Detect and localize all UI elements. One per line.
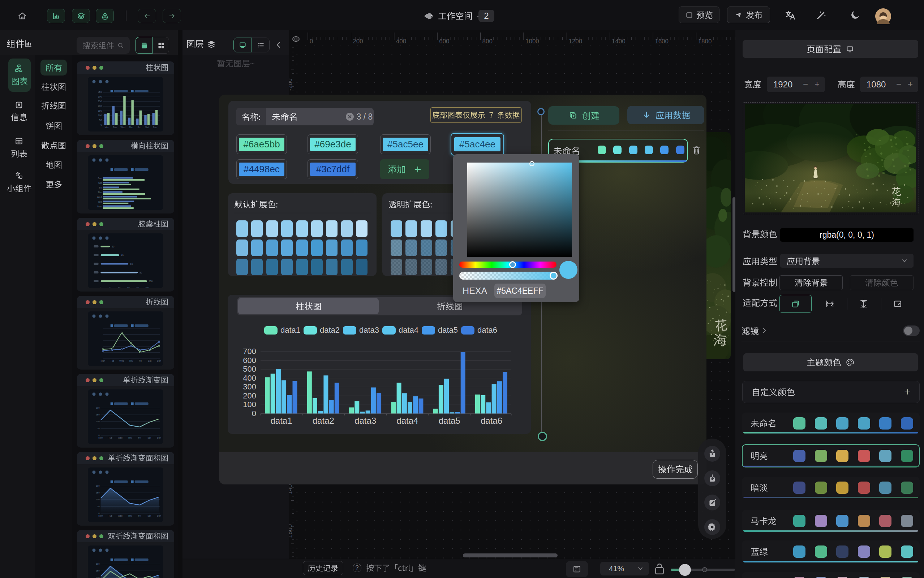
svg-text:Thu: Thu (129, 359, 133, 362)
svg-text:100: 100 (98, 114, 102, 117)
svg-text:Mon: Mon (98, 515, 103, 517)
svg-text:50: 50 (97, 427, 100, 430)
svg-text:-200: -200 (289, 78, 294, 91)
svg-text:Thu: Thu (128, 437, 132, 439)
svg-text:Sat: Sat (148, 515, 151, 517)
svg-text:400: 400 (396, 38, 406, 45)
svg-text:Mon: Mon (101, 359, 105, 362)
svg-text:60: 60 (130, 263, 133, 265)
svg-text:Sat: Sat (145, 126, 149, 128)
svg-text:Tue: Tue (113, 126, 117, 128)
svg-text:200: 200 (98, 105, 102, 107)
svg-text:Tue: Tue (98, 200, 102, 203)
svg-text:Sun: Sun (153, 126, 157, 128)
svg-text:Thu: Thu (128, 515, 132, 517)
svg-text:1600: 1600 (289, 524, 294, 538)
svg-text:40: 40 (118, 286, 120, 288)
svg-text:Sun: Sun (157, 437, 161, 439)
svg-text:Sun: Sun (97, 177, 102, 180)
svg-text:100: 100 (96, 421, 100, 423)
svg-text:Mon: Mon (105, 126, 109, 128)
svg-text:Tue: Tue (109, 515, 112, 517)
svg-text:Sat: Sat (148, 437, 151, 439)
svg-text:Mon: Mon (98, 437, 103, 439)
svg-text:Fri: Fri (139, 359, 142, 362)
svg-text:100: 100 (145, 286, 149, 288)
svg-text:Tue: Tue (109, 437, 112, 439)
svg-text:Sun: Sun (157, 515, 161, 517)
svg-text:Tue: Tue (110, 359, 114, 362)
svg-text:200: 200 (353, 38, 363, 45)
svg-text:Thu: Thu (98, 191, 102, 194)
svg-text:Wed: Wed (121, 126, 126, 128)
svg-text:Fri: Fri (138, 437, 141, 439)
svg-text:60: 60 (127, 286, 130, 288)
svg-text:150: 150 (96, 414, 100, 416)
svg-text:Fri: Fri (99, 187, 102, 189)
svg-text:80: 80 (136, 286, 139, 288)
svg-text:50: 50 (97, 505, 100, 508)
svg-text:150: 150 (96, 492, 100, 494)
svg-text:0: 0 (310, 38, 313, 45)
svg-text:50: 50 (99, 119, 102, 122)
svg-text:600: 600 (439, 38, 449, 45)
svg-text:Wed: Wed (97, 196, 102, 198)
svg-text:Fri: Fri (138, 515, 141, 517)
svg-text:100: 100 (149, 280, 153, 283)
svg-text:100: 100 (96, 498, 100, 501)
svg-text:Mon: Mon (97, 205, 102, 208)
svg-text:Fri: Fri (138, 126, 141, 128)
svg-text:Thu: Thu (129, 126, 133, 128)
svg-text:150: 150 (96, 570, 100, 572)
svg-text:800: 800 (482, 38, 492, 45)
svg-text:0: 0 (100, 286, 102, 288)
svg-text:Sat: Sat (98, 182, 102, 184)
svg-text:300: 300 (98, 95, 102, 98)
svg-text:Sun: Sun (157, 359, 161, 362)
svg-text:20: 20 (112, 245, 115, 248)
svg-text:Wed: Wed (119, 359, 124, 362)
svg-text:200: 200 (96, 407, 100, 409)
svg-text:Wed: Wed (118, 515, 123, 517)
svg-text:20: 20 (109, 286, 111, 288)
svg-text:0: 0 (101, 123, 102, 126)
svg-text:350: 350 (98, 91, 102, 93)
svg-text:80: 80 (140, 271, 142, 274)
svg-text:100: 100 (96, 576, 100, 578)
svg-text:Wed: Wed (118, 437, 123, 439)
svg-text:Sat: Sat (148, 359, 151, 362)
svg-text:250: 250 (98, 100, 102, 102)
svg-text:40: 40 (121, 254, 124, 257)
svg-text:150: 150 (98, 109, 102, 112)
svg-text:200: 200 (96, 485, 100, 487)
svg-text:200: 200 (96, 563, 100, 565)
